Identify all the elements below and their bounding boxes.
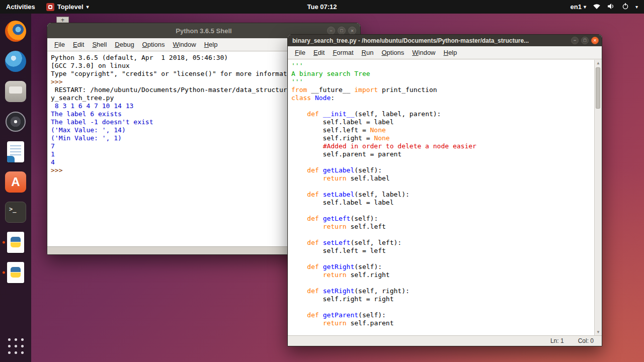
terminal-icon [5, 202, 26, 223]
menu-run[interactable]: Run [358, 47, 378, 58]
wifi-icon[interactable] [593, 3, 601, 11]
software-icon [5, 171, 26, 193]
scrollbar[interactable]: ▲ ▼ [594, 60, 601, 335]
menu-debug[interactable]: Debug [111, 39, 138, 50]
code-line [291, 183, 594, 191]
writer-icon [7, 141, 24, 162]
keyboard-layout-indicator[interactable]: en1 ▾ [571, 3, 586, 11]
dock-item-software[interactable] [3, 169, 29, 195]
menu-shell[interactable]: Shell [88, 39, 111, 50]
code-line [291, 158, 594, 166]
menu-format[interactable]: Format [329, 47, 357, 58]
editor-window: binary_search_tree.py - /home/ubuntu/Doc… [287, 34, 602, 346]
rhythmbox-icon [6, 112, 26, 132]
toplevel-app-icon [46, 3, 54, 11]
running-indicator [3, 272, 5, 274]
close-button[interactable] [591, 37, 599, 44]
code-line: from __future__ import print_function [291, 86, 594, 94]
code-line: return self.right [291, 271, 594, 279]
firefox-icon [5, 21, 26, 42]
code-line [291, 231, 594, 239]
dock-items [3, 18, 29, 290]
code-line [291, 279, 594, 287]
code-line: def getParent(self): [291, 311, 594, 319]
power-icon[interactable] [622, 3, 629, 11]
show-applications-button[interactable] [6, 336, 26, 356]
scroll-up-icon[interactable]: ▲ [595, 60, 602, 66]
volume-icon[interactable] [607, 3, 615, 11]
code-line: self.right = right [291, 295, 594, 303]
chevron-down-icon: ▾ [87, 4, 89, 10]
dock-item-rhythmbox[interactable] [3, 109, 29, 135]
menu-file[interactable]: File [291, 47, 309, 58]
code-line: ''' [291, 78, 594, 86]
code-line: A binary search Tree [291, 70, 594, 78]
menu-options[interactable]: Options [138, 39, 169, 50]
editor-menubar: FileEditFormatRunOptionsWindowHelp [288, 46, 602, 59]
code-line: #Added in order to delete a node easier [291, 142, 594, 150]
editor-window-title: binary_search_tree.py - /home/ubuntu/Doc… [292, 37, 571, 44]
dock-item-writer[interactable] [3, 139, 29, 165]
top-bar: Activities Toplevel ▾ Tue 07:12 en1 ▾ ▾ [0, 0, 644, 14]
code-line [291, 207, 594, 215]
keyboard-layout-label: en1 [571, 3, 582, 11]
files-icon [5, 81, 26, 102]
code-line: self.parent = parent [291, 150, 594, 158]
scroll-down-icon[interactable]: ▼ [595, 329, 602, 335]
close-button[interactable] [348, 27, 356, 35]
thunderbird-icon [5, 51, 26, 72]
idle-shell-icon [7, 232, 24, 253]
chevron-down-icon: ▾ [584, 4, 586, 10]
code-line: def getLeft(self): [291, 215, 594, 223]
menu-options[interactable]: Options [377, 47, 408, 58]
dock-item-idle-editor[interactable] [3, 259, 29, 286]
code-line: self.right = None [291, 134, 594, 142]
code-line: self.left = None [291, 126, 594, 134]
system-menu-chevron-icon[interactable]: ▾ [635, 4, 638, 10]
code-line: def setLabel(self, label): [291, 191, 594, 199]
code-line: self.label = label [291, 199, 594, 207]
code-line: def getLabel(self): [291, 166, 594, 174]
code-line: class Node: [291, 94, 594, 102]
menu-window[interactable]: Window [169, 39, 200, 50]
menu-edit[interactable]: Edit [69, 39, 88, 50]
menu-edit[interactable]: Edit [309, 47, 329, 58]
code-line: return self.parent [291, 319, 594, 327]
scrollbar-thumb[interactable] [596, 67, 600, 109]
minimize-button[interactable] [571, 37, 579, 44]
dock-item-firefox[interactable] [3, 18, 29, 44]
code-line: return self.left [291, 223, 594, 231]
clock[interactable]: Tue 07:12 [307, 0, 337, 14]
maximize-button[interactable] [581, 37, 589, 44]
shell-window-title: Python 3.6.5 Shell [176, 27, 231, 35]
menu-help[interactable]: Help [200, 39, 222, 50]
minimize-button[interactable] [327, 27, 335, 35]
menu-help[interactable]: Help [440, 47, 461, 58]
code-line: def setRight(self, right): [291, 287, 594, 295]
menu-window[interactable]: Window [408, 47, 439, 58]
code-line: return self.label [291, 174, 594, 183]
column-indicator: Col: 0 [578, 337, 594, 344]
app-menu-label: Toplevel [57, 3, 84, 11]
code-editor-area[interactable]: '''A binary search Tree'''from __future_… [288, 60, 594, 335]
line-indicator: Ln: 1 [550, 337, 564, 344]
code-line [291, 102, 594, 110]
editor-titlebar[interactable]: binary_search_tree.py - /home/ubuntu/Doc… [288, 35, 602, 46]
code-line [291, 255, 594, 263]
maximize-button[interactable] [338, 27, 346, 35]
activities-button[interactable]: Activities [6, 3, 35, 11]
code-line: def __init__(self, label, parent): [291, 110, 594, 118]
code-line: self.label = label [291, 118, 594, 126]
dock-item-terminal[interactable] [3, 199, 29, 225]
dock-item-files[interactable] [3, 78, 29, 105]
dock-item-thunderbird[interactable] [3, 48, 29, 74]
code-line [291, 303, 594, 311]
menu-file[interactable]: File [50, 39, 69, 50]
code-line: def setLeft(self, left): [291, 239, 594, 247]
code-line: def getRight(self): [291, 263, 594, 271]
dock-item-idle-shell[interactable] [3, 229, 29, 255]
running-indicator [3, 241, 5, 244]
dock [0, 14, 31, 362]
code-line: self.left = left [291, 247, 594, 255]
app-menu[interactable]: Toplevel ▾ [46, 3, 89, 11]
